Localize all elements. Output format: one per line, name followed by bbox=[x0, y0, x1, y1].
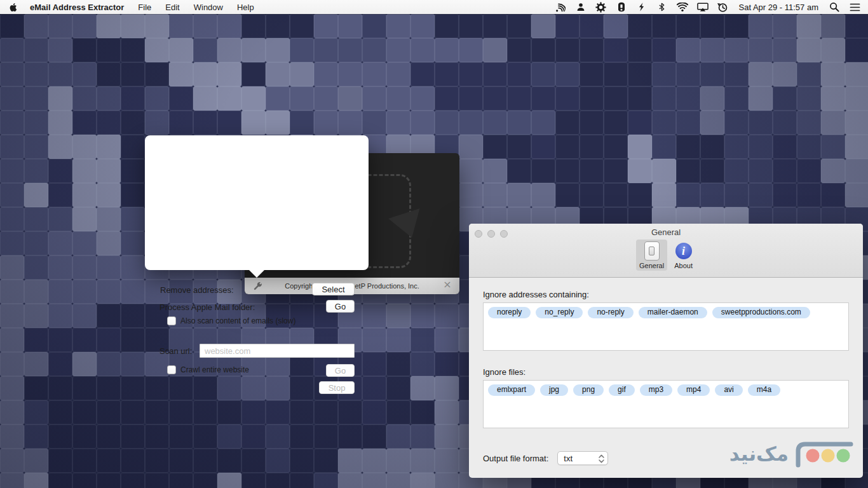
ignore-addresses-box[interactable]: noreplyno_replyno-replymailer-daemonswee… bbox=[483, 302, 849, 351]
ignore-file-tag[interactable]: jpg bbox=[540, 384, 568, 396]
scan-url-label: Scan url: bbox=[159, 346, 192, 356]
scan-content-checkbox[interactable]: Also scan content of emails (slow) bbox=[167, 316, 295, 325]
menu-item[interactable]: Edit bbox=[165, 3, 179, 12]
process-mail-label: Process Apple Mail folder: bbox=[159, 302, 255, 312]
ignore-file-tag[interactable]: gif bbox=[609, 384, 635, 396]
ignore-address-tag[interactable]: no_reply bbox=[536, 307, 583, 318]
drop-arrow-icon bbox=[388, 208, 428, 243]
ignore-address-tag[interactable]: sweetpproductions.com bbox=[712, 307, 810, 318]
desktop: eMail Address Extractor FileEditWindowHe… bbox=[0, 0, 868, 488]
chevron-up-down-icon bbox=[598, 453, 605, 464]
tab-about[interactable]: i About bbox=[671, 240, 696, 271]
menu-app-name[interactable]: eMail Address Extractor bbox=[30, 3, 124, 12]
magnet-icon[interactable] bbox=[616, 1, 627, 13]
menu-item[interactable]: File bbox=[138, 3, 151, 12]
ignore-address-tag[interactable]: noreply bbox=[488, 307, 531, 318]
tab-label: General bbox=[639, 262, 664, 269]
gear-icon[interactable] bbox=[595, 1, 607, 13]
airplay-icon[interactable] bbox=[697, 1, 709, 13]
ignore-file-tag[interactable]: m4a bbox=[748, 384, 780, 396]
checkbox-box[interactable] bbox=[167, 365, 176, 374]
apple-menu-icon[interactable] bbox=[9, 2, 18, 13]
wrench-settings-icon[interactable] bbox=[251, 280, 264, 292]
checkbox-label: Also scan content of emails (slow) bbox=[180, 316, 295, 325]
crawl-website-checkbox[interactable]: Crawl entire website bbox=[167, 365, 249, 374]
user-icon[interactable] bbox=[575, 1, 587, 13]
spotlight-search-icon[interactable] bbox=[829, 1, 840, 13]
menu-item[interactable]: Help bbox=[237, 3, 254, 12]
ignore-file-tag[interactable]: mp4 bbox=[677, 384, 710, 396]
scan-url-input[interactable] bbox=[200, 344, 355, 358]
menu-clock[interactable]: Sat Apr 29 - 11:57 am bbox=[739, 3, 819, 12]
ignore-addresses-label: Ignore addresses containing: bbox=[483, 290, 589, 299]
menu-items: FileEditWindowHelp bbox=[138, 3, 268, 12]
close-icon[interactable]: × bbox=[442, 278, 453, 290]
ignore-file-tag[interactable]: mp3 bbox=[640, 384, 672, 396]
remove-addresses-label: Remove addresses: bbox=[160, 285, 234, 295]
output-format-label: Output file format: bbox=[483, 454, 548, 463]
preferences-window: General General i About Ignore addresses… bbox=[469, 224, 863, 478]
signal-waves-icon[interactable] bbox=[555, 1, 566, 13]
ignore-file-tag[interactable]: avi bbox=[715, 384, 742, 396]
menu-item[interactable]: Window bbox=[194, 3, 223, 12]
extract-popover: Remove addresses: Select Process Apple M… bbox=[145, 135, 369, 270]
tab-general[interactable]: General bbox=[636, 240, 667, 271]
ignore-file-tag[interactable]: png bbox=[573, 384, 604, 396]
select-button[interactable]: Select bbox=[312, 283, 355, 295]
preferences-toolbar: General i About bbox=[469, 240, 863, 271]
output-format-value: txt bbox=[558, 454, 573, 463]
ignore-file-tag[interactable]: emlxpart bbox=[488, 384, 535, 396]
url-go-button[interactable]: Go bbox=[326, 364, 355, 377]
window-title: General bbox=[469, 227, 863, 237]
preferences-titlebar: General General i About bbox=[469, 224, 863, 278]
time-machine-icon[interactable] bbox=[717, 1, 729, 13]
process-go-button[interactable]: Go bbox=[326, 300, 355, 313]
wifi-icon[interactable] bbox=[677, 1, 688, 13]
output-format-select[interactable]: txt bbox=[557, 451, 608, 465]
info-icon: i bbox=[675, 243, 692, 259]
general-switch-icon bbox=[644, 241, 660, 261]
notification-center-icon[interactable] bbox=[849, 1, 860, 13]
ignore-files-label: Ignore files: bbox=[483, 367, 526, 377]
checkbox-label: Crawl entire website bbox=[180, 365, 249, 374]
bolt-icon[interactable] bbox=[636, 1, 648, 13]
tab-label: About bbox=[674, 262, 693, 269]
popover-arrow bbox=[248, 269, 265, 278]
ignore-address-tag[interactable]: mailer-daemon bbox=[639, 307, 707, 318]
menu-bar: eMail Address Extractor FileEditWindowHe… bbox=[0, 0, 868, 14]
checkbox-box[interactable] bbox=[167, 316, 176, 325]
ignore-address-tag[interactable]: no-reply bbox=[588, 307, 633, 318]
stop-button[interactable]: Stop bbox=[319, 381, 355, 394]
ignore-files-box[interactable]: emlxpartjpgpnggifmp3mp4avim4a bbox=[483, 380, 849, 428]
output-format-row: Output file format: txt bbox=[483, 451, 608, 465]
bluetooth-icon[interactable] bbox=[656, 1, 668, 13]
